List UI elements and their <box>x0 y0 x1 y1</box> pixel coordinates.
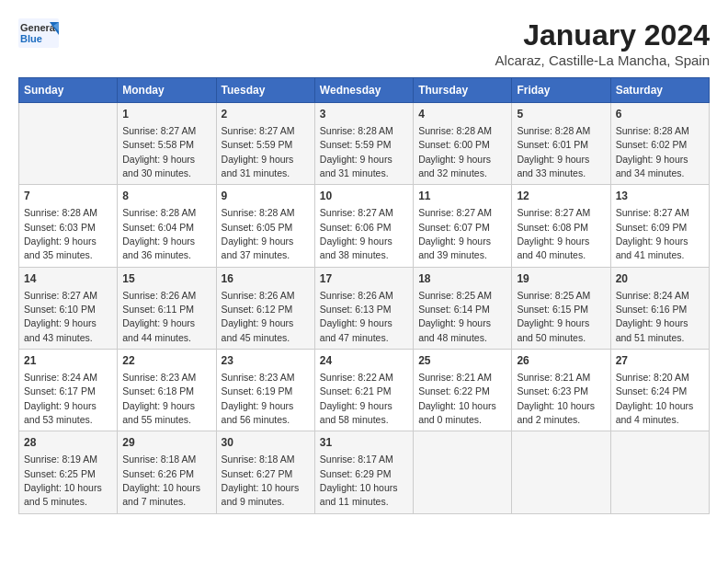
daylight-text: Daylight: 9 hours <box>517 236 589 247</box>
sunrise-text: Sunrise: 8:22 AM <box>320 372 393 383</box>
calendar-cell: 9Sunrise: 8:28 AMSunset: 6:05 PMDaylight… <box>216 185 314 267</box>
date-number: 26 <box>517 353 605 369</box>
daylight-text: and 35 minutes. <box>24 249 93 260</box>
sunrise-text: Sunrise: 8:27 AM <box>24 290 97 301</box>
daylight-text: and 41 minutes. <box>616 249 685 260</box>
calendar-cell: 11Sunrise: 8:27 AMSunset: 6:07 PMDayligh… <box>414 185 512 267</box>
date-number: 13 <box>616 189 704 204</box>
sunrise-text: Sunrise: 8:21 AM <box>418 372 492 383</box>
daylight-text: Daylight: 10 hours <box>122 482 200 493</box>
daylight-text: Daylight: 9 hours <box>517 317 589 328</box>
day-header-saturday: Saturday <box>610 78 709 103</box>
date-number: 5 <box>517 107 605 122</box>
sunrise-text: Sunrise: 8:28 AM <box>320 125 393 136</box>
sunset-text: Sunset: 6:10 PM <box>24 304 96 315</box>
date-number: 30 <box>222 435 310 451</box>
date-number: 14 <box>24 271 112 287</box>
calendar-cell: 15Sunrise: 8:26 AMSunset: 6:11 PMDayligh… <box>118 267 216 349</box>
page-title: January 2024 <box>495 18 710 52</box>
calendar-cell: 8Sunrise: 8:28 AMSunset: 6:04 PMDaylight… <box>118 185 216 267</box>
daylight-text: Daylight: 10 hours <box>517 400 595 411</box>
daylight-text: Daylight: 9 hours <box>24 236 97 247</box>
date-number: 20 <box>616 271 704 287</box>
week-row-2: 7Sunrise: 8:28 AMSunset: 6:03 PMDaylight… <box>19 185 710 267</box>
calendar-cell: 31Sunrise: 8:17 AMSunset: 6:29 PMDayligh… <box>314 431 413 513</box>
sunrise-text: Sunrise: 8:19 AM <box>24 454 97 465</box>
date-number: 1 <box>122 107 210 122</box>
daylight-text: Daylight: 10 hours <box>24 482 102 493</box>
sunset-text: Sunset: 6:11 PM <box>122 304 194 315</box>
sunset-text: Sunset: 6:14 PM <box>418 304 490 315</box>
calendar-cell <box>19 103 118 185</box>
calendar-cell: 28Sunrise: 8:19 AMSunset: 6:25 PMDayligh… <box>19 431 118 513</box>
calendar-table: SundayMondayTuesdayWednesdayThursdayFrid… <box>18 77 710 514</box>
calendar-cell: 5Sunrise: 8:28 AMSunset: 6:01 PMDaylight… <box>512 103 610 185</box>
daylight-text: Daylight: 9 hours <box>320 154 392 165</box>
daylight-text: and 51 minutes. <box>616 332 685 343</box>
sunset-text: Sunset: 6:09 PM <box>616 222 688 233</box>
sunrise-text: Sunrise: 8:24 AM <box>24 372 97 383</box>
date-number: 16 <box>222 271 310 287</box>
page-subtitle: Alcaraz, Castille-La Mancha, Spain <box>495 52 710 68</box>
sunset-text: Sunset: 6:07 PM <box>418 222 490 233</box>
sunrise-text: Sunrise: 8:27 AM <box>418 207 492 218</box>
date-number: 11 <box>418 189 506 204</box>
sunrise-text: Sunrise: 8:28 AM <box>616 125 689 136</box>
calendar-body: 1Sunrise: 8:27 AMSunset: 5:58 PMDaylight… <box>19 103 710 514</box>
calendar-cell: 3Sunrise: 8:28 AMSunset: 5:59 PMDaylight… <box>314 103 413 185</box>
calendar-cell: 21Sunrise: 8:24 AMSunset: 6:17 PMDayligh… <box>19 350 118 431</box>
day-header-friday: Friday <box>512 78 610 103</box>
svg-text:Blue: Blue <box>20 33 42 44</box>
daylight-text: Daylight: 9 hours <box>222 317 294 328</box>
sunrise-text: Sunrise: 8:23 AM <box>222 372 295 383</box>
calendar-cell: 6Sunrise: 8:28 AMSunset: 6:02 PMDaylight… <box>610 103 709 185</box>
sunset-text: Sunset: 6:12 PM <box>222 304 293 315</box>
calendar-cell: 18Sunrise: 8:25 AMSunset: 6:14 PMDayligh… <box>414 267 512 349</box>
sunrise-text: Sunrise: 8:17 AM <box>320 454 393 465</box>
sunrise-text: Sunrise: 8:20 AM <box>616 372 689 383</box>
daylight-text: Daylight: 9 hours <box>24 400 97 411</box>
calendar-cell: 2Sunrise: 8:27 AMSunset: 5:59 PMDaylight… <box>216 103 314 185</box>
week-row-5: 28Sunrise: 8:19 AMSunset: 6:25 PMDayligh… <box>19 431 710 513</box>
day-header-tuesday: Tuesday <box>216 78 314 103</box>
daylight-text: Daylight: 9 hours <box>24 317 97 328</box>
week-row-3: 14Sunrise: 8:27 AMSunset: 6:10 PMDayligh… <box>19 267 710 349</box>
sunrise-text: Sunrise: 8:26 AM <box>122 290 196 301</box>
daylight-text: and 44 minutes. <box>122 332 191 343</box>
sunset-text: Sunset: 5:58 PM <box>122 139 194 150</box>
daylight-text: and 30 minutes. <box>122 167 191 178</box>
sunset-text: Sunset: 6:22 PM <box>418 385 490 396</box>
sunset-text: Sunset: 6:02 PM <box>616 139 688 150</box>
date-number: 22 <box>122 353 210 369</box>
date-number: 29 <box>122 435 210 451</box>
daylight-text: and 4 minutes. <box>616 414 679 425</box>
daylight-text: Daylight: 9 hours <box>517 154 589 165</box>
sunset-text: Sunset: 6:25 PM <box>24 468 96 479</box>
daylight-text: and 32 minutes. <box>418 167 487 178</box>
sunset-text: Sunset: 6:29 PM <box>320 468 392 479</box>
week-row-1: 1Sunrise: 8:27 AMSunset: 5:58 PMDaylight… <box>19 103 710 185</box>
calendar-cell: 4Sunrise: 8:28 AMSunset: 6:00 PMDaylight… <box>414 103 512 185</box>
daylight-text: Daylight: 10 hours <box>616 400 694 411</box>
daylight-text: and 36 minutes. <box>122 249 191 260</box>
daylight-text: Daylight: 9 hours <box>122 154 195 165</box>
day-header-monday: Monday <box>118 78 216 103</box>
day-header-thursday: Thursday <box>414 78 512 103</box>
daylight-text: and 39 minutes. <box>418 249 487 260</box>
sunrise-text: Sunrise: 8:23 AM <box>122 372 196 383</box>
calendar-cell <box>610 431 709 513</box>
calendar-cell: 30Sunrise: 8:18 AMSunset: 6:27 PMDayligh… <box>216 431 314 513</box>
daylight-text: and 2 minutes. <box>517 414 580 425</box>
calendar-cell: 7Sunrise: 8:28 AMSunset: 6:03 PMDaylight… <box>19 185 118 267</box>
calendar-cell: 27Sunrise: 8:20 AMSunset: 6:24 PMDayligh… <box>610 350 709 431</box>
daylight-text: Daylight: 9 hours <box>222 236 294 247</box>
daylight-text: Daylight: 10 hours <box>418 400 496 411</box>
daylight-text: Daylight: 9 hours <box>418 236 491 247</box>
sunrise-text: Sunrise: 8:28 AM <box>24 207 97 218</box>
sunset-text: Sunset: 6:15 PM <box>517 304 588 315</box>
sunset-text: Sunset: 6:21 PM <box>320 385 392 396</box>
sunset-text: Sunset: 6:23 PM <box>517 385 588 396</box>
daylight-text: and 47 minutes. <box>320 332 389 343</box>
daylight-text: and 53 minutes. <box>24 414 93 425</box>
date-number: 23 <box>222 353 310 369</box>
